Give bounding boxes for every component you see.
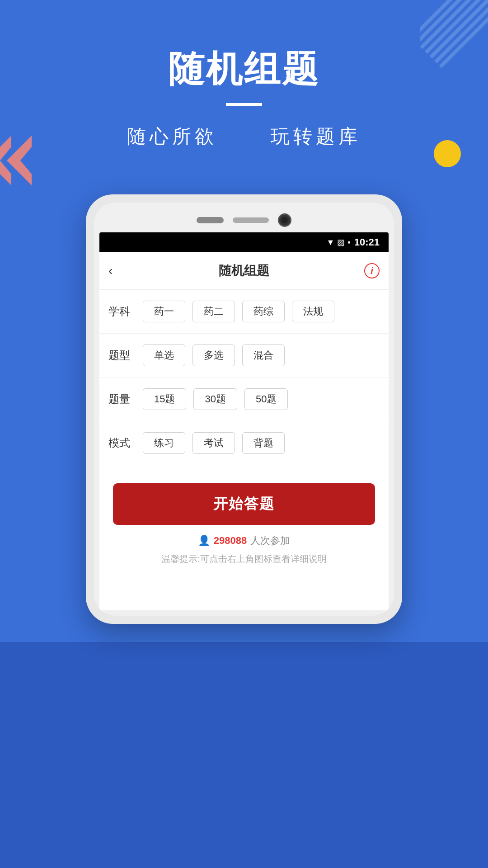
mode-option-1[interactable]: 考试 xyxy=(192,432,235,454)
phone-inner: ▼ ▨ ▪ 10:21 ‹ 随机组题 i 学科 药一 药二 xyxy=(94,203,394,616)
nav-title: 随机组题 xyxy=(219,262,269,279)
count-label: 题量 xyxy=(108,392,136,406)
count-option-0[interactable]: 15题 xyxy=(143,388,186,410)
type-option-0[interactable]: 单选 xyxy=(143,344,185,366)
phone-outer: ▼ ▨ ▪ 10:21 ‹ 随机组题 i 学科 药一 药二 xyxy=(86,194,402,624)
mode-section: 模式 练习 考试 背题 xyxy=(99,421,389,465)
mode-option-2[interactable]: 背题 xyxy=(242,432,285,454)
mode-label: 模式 xyxy=(108,436,136,450)
wifi-icon: ▼ xyxy=(327,238,335,247)
subject-option-0[interactable]: 药一 xyxy=(143,301,185,322)
count-option-2[interactable]: 50题 xyxy=(244,388,288,410)
status-bar: ▼ ▨ ▪ 10:21 xyxy=(99,232,389,252)
count-section: 题量 15题 30题 50题 xyxy=(99,377,389,421)
type-option-2[interactable]: 混合 xyxy=(242,344,285,366)
header-section: 随机组题 随心所欲 玩转题库 xyxy=(0,45,488,149)
status-icons: ▼ ▨ ▪ xyxy=(327,237,351,247)
bottom-area xyxy=(0,642,488,868)
header-divider xyxy=(226,103,262,106)
header-title: 随机组题 xyxy=(0,45,488,94)
phone-earpiece xyxy=(233,217,269,223)
phone-mockup: ▼ ▨ ▪ 10:21 ‹ 随机组题 i 学科 药一 药二 xyxy=(86,194,402,624)
subject-option-2[interactable]: 药综 xyxy=(242,301,285,322)
participants-unit: 人次参加 xyxy=(250,534,290,547)
start-button[interactable]: 开始答题 xyxy=(113,483,375,525)
type-option-1[interactable]: 多选 xyxy=(192,344,235,366)
back-button[interactable]: ‹ xyxy=(108,264,113,278)
mode-option-0[interactable]: 练习 xyxy=(143,432,185,454)
subject-option-1[interactable]: 药二 xyxy=(192,301,235,322)
phone-screen: ▼ ▨ ▪ 10:21 ‹ 随机组题 i 学科 药一 药二 xyxy=(99,232,389,610)
battery-icon: ▪ xyxy=(347,238,350,247)
person-icon: 👤 xyxy=(198,535,210,547)
phone-top-bar xyxy=(99,208,389,232)
type-label: 题型 xyxy=(108,348,136,363)
count-option-1[interactable]: 30题 xyxy=(193,388,237,410)
subtitle-part1: 随心所欲 xyxy=(127,126,217,147)
participants-info: 👤 298088 人次参加 xyxy=(198,534,290,547)
participants-count: 298088 xyxy=(214,535,247,547)
signal-icon: ▨ xyxy=(337,237,345,247)
info-button[interactable]: i xyxy=(364,263,380,278)
app-nav-bar: ‹ 随机组题 i xyxy=(99,252,389,290)
phone-speaker xyxy=(197,217,224,223)
header-subtitle: 随心所欲 玩转题库 xyxy=(0,124,488,149)
screen-bottom-space xyxy=(99,574,389,610)
subject-label: 学科 xyxy=(108,304,136,319)
type-section: 题型 单选 多选 混合 xyxy=(99,334,389,377)
subject-section: 学科 药一 药二 药综 法规 xyxy=(99,290,389,334)
status-bar-time: 10:21 xyxy=(354,236,380,248)
phone-camera xyxy=(278,213,291,227)
start-section: 开始答题 👤 298088 人次参加 温馨提示:可点击右上角图标查看详细说明 xyxy=(99,465,389,574)
subtitle-part2: 玩转题库 xyxy=(271,126,361,147)
hint-text: 温馨提示:可点击右上角图标查看详细说明 xyxy=(161,553,327,565)
subject-option-3[interactable]: 法规 xyxy=(292,301,334,322)
